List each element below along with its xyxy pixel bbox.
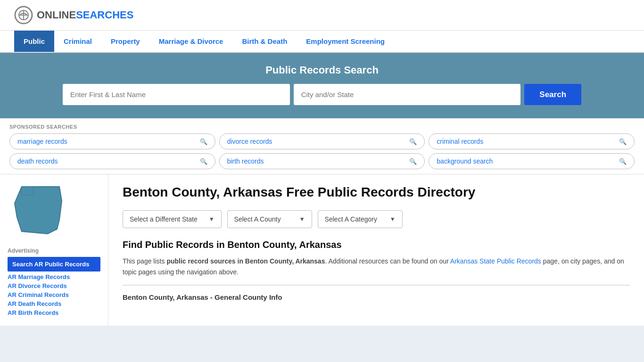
pill-background-search[interactable]: background search 🔍	[429, 153, 635, 169]
pill-marriage-records[interactable]: marriage records 🔍	[9, 133, 215, 149]
main-content: Benton County, Arkansas Free Public Reco…	[108, 174, 644, 326]
page-title: Benton County, Arkansas Free Public Reco…	[123, 184, 630, 201]
pill-search-icon: 🔍	[619, 138, 627, 145]
general-info-heading: Benton County, Arkansas - General County…	[123, 293, 630, 301]
content-area: Advertising Search AR Public Records AR …	[0, 174, 644, 326]
section-divider	[123, 285, 630, 286]
dropdown-arrow-county: ▼	[299, 216, 305, 222]
sponsored-pills: marriage records 🔍 divorce records 🔍 cri…	[5, 133, 639, 169]
sidebar-link-marriage[interactable]: AR Marriage Records	[8, 273, 100, 280]
pill-criminal-records[interactable]: criminal records 🔍	[429, 133, 635, 149]
sponsored-label: SPONSORED SEARCHES	[5, 124, 639, 130]
search-button[interactable]: Search	[524, 84, 581, 105]
sidebar-ad-item[interactable]: Search AR Public Records	[8, 257, 100, 272]
state-dropdown[interactable]: Select a Different State ▼	[123, 210, 222, 228]
city-input[interactable]	[294, 84, 521, 105]
county-dropdown[interactable]: Select A County ▼	[227, 210, 312, 228]
nav-item-birth-death[interactable]: Birth & Death	[232, 31, 297, 52]
pill-search-icon: 🔍	[200, 158, 207, 165]
logo-area: ONLINESEARCHES	[14, 6, 133, 25]
category-dropdown[interactable]: Select A Category ▼	[318, 210, 403, 228]
sponsored-section: SPONSORED SEARCHES marriage records 🔍 di…	[0, 118, 644, 174]
dropdown-arrow-state: ▼	[209, 216, 215, 222]
pill-birth-records[interactable]: birth records 🔍	[219, 153, 425, 169]
sidebar-link-death[interactable]: AR Death Records	[8, 300, 100, 307]
dropdown-arrow-category: ▼	[390, 216, 396, 222]
header: ONLINESEARCHES	[0, 0, 644, 31]
advertising-label: Advertising	[8, 247, 100, 254]
arkansas-records-link[interactable]: Arkansas State Public Records	[450, 257, 541, 265]
logo-icon	[14, 6, 33, 25]
name-input[interactable]	[63, 84, 290, 105]
logo-text: ONLINESEARCHES	[37, 9, 133, 21]
pill-search-icon: 🔍	[200, 138, 207, 145]
section-heading: Find Public Records in Benton County, Ar…	[123, 239, 630, 250]
nav-bar: Public Criminal Property Marriage & Divo…	[0, 31, 644, 53]
nav-item-property[interactable]: Property	[101, 31, 149, 52]
state-map	[8, 182, 100, 240]
pill-search-icon: 🔍	[409, 158, 417, 165]
nav-item-public[interactable]: Public	[14, 31, 54, 52]
sidebar-link-divorce[interactable]: AR Divorce Records	[8, 282, 100, 289]
nav-item-criminal[interactable]: Criminal	[54, 31, 101, 52]
pill-death-records[interactable]: death records 🔍	[9, 153, 215, 169]
description-text: This page lists public record sources in…	[123, 256, 630, 277]
nav-item-marriage-divorce[interactable]: Marriage & Divorce	[149, 31, 233, 52]
svg-marker-4	[22, 187, 33, 195]
pill-divorce-records[interactable]: divorce records 🔍	[219, 133, 425, 149]
dropdowns-row: Select a Different State ▼ Select A Coun…	[123, 210, 630, 228]
sidebar: Advertising Search AR Public Records AR …	[0, 174, 108, 326]
pill-search-icon: 🔍	[619, 158, 627, 165]
pill-search-icon: 🔍	[409, 138, 417, 145]
arkansas-map-svg	[8, 182, 69, 239]
search-form: Search	[63, 84, 581, 105]
sidebar-link-birth[interactable]: AR Birth Records	[8, 309, 100, 316]
sidebar-link-criminal[interactable]: AR Criminal Records	[8, 291, 100, 298]
search-banner-title: Public Records Search	[14, 64, 630, 76]
nav-item-employment[interactable]: Employment Screening	[297, 31, 394, 52]
search-banner: Public Records Search Search	[0, 53, 644, 118]
